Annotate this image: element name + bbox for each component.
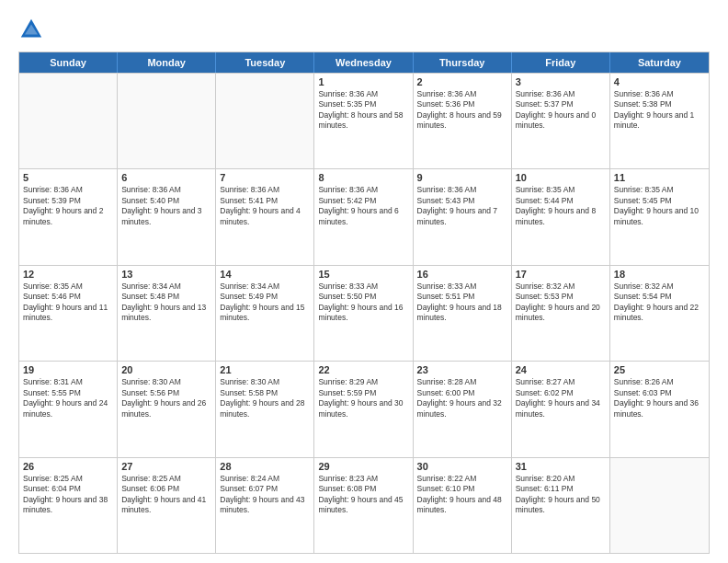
day-cell-26: 26Sunrise: 8:25 AMSunset: 6:04 PMDayligh… <box>19 458 118 553</box>
cell-info: Sunrise: 8:25 AMSunset: 6:06 PMDaylight:… <box>121 474 211 516</box>
cell-info: Sunrise: 8:27 AMSunset: 6:02 PMDaylight:… <box>516 377 606 419</box>
day-number: 28 <box>220 461 310 472</box>
cell-info: Sunrise: 8:35 AMSunset: 5:44 PMDaylight:… <box>516 185 606 227</box>
day-cell-11: 11Sunrise: 8:35 AMSunset: 5:45 PMDayligh… <box>610 169 709 264</box>
cell-info: Sunrise: 8:22 AMSunset: 6:10 PMDaylight:… <box>417 474 507 516</box>
day-number: 15 <box>318 269 408 280</box>
day-cell-7: 7Sunrise: 8:36 AMSunset: 5:41 PMDaylight… <box>216 169 314 264</box>
day-number: 31 <box>516 461 606 472</box>
day-cell-21: 21Sunrise: 8:30 AMSunset: 5:58 PMDayligh… <box>216 362 314 456</box>
calendar-body: 1Sunrise: 8:36 AMSunset: 5:35 PMDaylight… <box>19 73 709 553</box>
cell-info: Sunrise: 8:33 AMSunset: 5:51 PMDaylight:… <box>417 282 507 324</box>
day-cell-12: 12Sunrise: 8:35 AMSunset: 5:46 PMDayligh… <box>19 266 118 361</box>
day-number: 24 <box>516 364 606 375</box>
cell-info: Sunrise: 8:36 AMSunset: 5:42 PMDaylight:… <box>318 185 408 227</box>
day-cell-3: 3Sunrise: 8:36 AMSunset: 5:37 PMDaylight… <box>512 74 610 168</box>
logo <box>18 17 48 42</box>
day-number: 16 <box>417 269 507 280</box>
day-number: 9 <box>417 172 507 183</box>
header <box>18 17 710 42</box>
day-cell-25: 25Sunrise: 8:26 AMSunset: 6:03 PMDayligh… <box>610 362 709 456</box>
empty-cell <box>19 74 118 168</box>
day-cell-29: 29Sunrise: 8:23 AMSunset: 6:08 PMDayligh… <box>314 458 413 553</box>
day-number: 25 <box>614 364 705 375</box>
calendar-row-2: 5Sunrise: 8:36 AMSunset: 5:39 PMDaylight… <box>19 168 709 264</box>
header-day-saturday: Saturday <box>610 52 709 73</box>
cell-info: Sunrise: 8:23 AMSunset: 6:08 PMDaylight:… <box>318 474 408 516</box>
day-cell-15: 15Sunrise: 8:33 AMSunset: 5:50 PMDayligh… <box>314 266 413 361</box>
day-cell-5: 5Sunrise: 8:36 AMSunset: 5:39 PMDaylight… <box>19 169 118 264</box>
empty-cell <box>118 74 216 168</box>
day-number: 3 <box>516 76 606 87</box>
header-day-wednesday: Wednesday <box>314 52 413 73</box>
day-cell-4: 4Sunrise: 8:36 AMSunset: 5:38 PMDaylight… <box>610 74 709 168</box>
day-cell-18: 18Sunrise: 8:32 AMSunset: 5:54 PMDayligh… <box>610 266 709 361</box>
day-number: 20 <box>121 364 211 375</box>
day-number: 19 <box>23 364 113 375</box>
empty-cell <box>610 458 709 553</box>
day-number: 23 <box>417 364 507 375</box>
day-number: 8 <box>318 172 408 183</box>
cell-info: Sunrise: 8:36 AMSunset: 5:37 PMDaylight:… <box>516 89 606 132</box>
cell-info: Sunrise: 8:36 AMSunset: 5:41 PMDaylight:… <box>220 185 310 227</box>
empty-cell <box>216 74 314 168</box>
cell-info: Sunrise: 8:36 AMSunset: 5:36 PMDaylight:… <box>417 89 507 132</box>
cell-info: Sunrise: 8:36 AMSunset: 5:35 PMDaylight:… <box>318 89 408 132</box>
day-number: 17 <box>516 269 606 280</box>
day-number: 26 <box>23 461 113 472</box>
header-day-sunday: Sunday <box>19 52 118 73</box>
day-number: 5 <box>23 172 113 183</box>
cell-info: Sunrise: 8:20 AMSunset: 6:11 PMDaylight:… <box>516 474 606 516</box>
day-cell-31: 31Sunrise: 8:20 AMSunset: 6:11 PMDayligh… <box>512 458 610 553</box>
calendar-row-5: 26Sunrise: 8:25 AMSunset: 6:04 PMDayligh… <box>19 457 709 553</box>
day-cell-13: 13Sunrise: 8:34 AMSunset: 5:48 PMDayligh… <box>118 266 216 361</box>
day-number: 12 <box>23 269 113 280</box>
day-cell-27: 27Sunrise: 8:25 AMSunset: 6:06 PMDayligh… <box>118 458 216 553</box>
calendar-row-4: 19Sunrise: 8:31 AMSunset: 5:55 PMDayligh… <box>19 361 709 456</box>
day-number: 13 <box>121 269 211 280</box>
day-number: 11 <box>614 172 705 183</box>
page: SundayMondayTuesdayWednesdayThursdayFrid… <box>0 0 728 563</box>
day-cell-30: 30Sunrise: 8:22 AMSunset: 6:10 PMDayligh… <box>414 458 512 553</box>
header-day-monday: Monday <box>118 52 216 73</box>
cell-info: Sunrise: 8:34 AMSunset: 5:49 PMDaylight:… <box>220 282 310 324</box>
cell-info: Sunrise: 8:26 AMSunset: 6:03 PMDaylight:… <box>614 377 705 419</box>
day-cell-28: 28Sunrise: 8:24 AMSunset: 6:07 PMDayligh… <box>216 458 314 553</box>
cell-info: Sunrise: 8:32 AMSunset: 5:53 PMDaylight:… <box>516 282 606 324</box>
cell-info: Sunrise: 8:33 AMSunset: 5:50 PMDaylight:… <box>318 282 408 324</box>
cell-info: Sunrise: 8:28 AMSunset: 6:00 PMDaylight:… <box>417 377 507 419</box>
day-number: 22 <box>318 364 408 375</box>
day-number: 14 <box>220 269 310 280</box>
day-cell-1: 1Sunrise: 8:36 AMSunset: 5:35 PMDaylight… <box>314 74 413 168</box>
cell-info: Sunrise: 8:36 AMSunset: 5:43 PMDaylight:… <box>417 185 507 227</box>
day-number: 4 <box>614 76 705 87</box>
day-cell-10: 10Sunrise: 8:35 AMSunset: 5:44 PMDayligh… <box>512 169 610 264</box>
day-number: 7 <box>220 172 310 183</box>
cell-info: Sunrise: 8:35 AMSunset: 5:46 PMDaylight:… <box>23 282 113 324</box>
day-cell-17: 17Sunrise: 8:32 AMSunset: 5:53 PMDayligh… <box>512 266 610 361</box>
cell-info: Sunrise: 8:36 AMSunset: 5:39 PMDaylight:… <box>23 185 113 227</box>
day-number: 18 <box>614 269 705 280</box>
cell-info: Sunrise: 8:24 AMSunset: 6:07 PMDaylight:… <box>220 474 310 516</box>
cell-info: Sunrise: 8:25 AMSunset: 6:04 PMDaylight:… <box>23 474 113 516</box>
day-cell-19: 19Sunrise: 8:31 AMSunset: 5:55 PMDayligh… <box>19 362 118 456</box>
day-cell-14: 14Sunrise: 8:34 AMSunset: 5:49 PMDayligh… <box>216 266 314 361</box>
day-number: 10 <box>516 172 606 183</box>
header-day-friday: Friday <box>512 52 610 73</box>
header-day-tuesday: Tuesday <box>216 52 314 73</box>
day-cell-24: 24Sunrise: 8:27 AMSunset: 6:02 PMDayligh… <box>512 362 610 456</box>
cell-info: Sunrise: 8:31 AMSunset: 5:55 PMDaylight:… <box>23 377 113 419</box>
cell-info: Sunrise: 8:34 AMSunset: 5:48 PMDaylight:… <box>121 282 211 324</box>
day-cell-22: 22Sunrise: 8:29 AMSunset: 5:59 PMDayligh… <box>314 362 413 456</box>
cell-info: Sunrise: 8:30 AMSunset: 5:58 PMDaylight:… <box>220 377 310 419</box>
header-day-thursday: Thursday <box>414 52 512 73</box>
day-number: 2 <box>417 76 507 87</box>
cell-info: Sunrise: 8:32 AMSunset: 5:54 PMDaylight:… <box>614 282 705 324</box>
cell-info: Sunrise: 8:30 AMSunset: 5:56 PMDaylight:… <box>121 377 211 419</box>
cell-info: Sunrise: 8:36 AMSunset: 5:38 PMDaylight:… <box>614 89 705 132</box>
day-number: 1 <box>318 76 408 87</box>
day-cell-16: 16Sunrise: 8:33 AMSunset: 5:51 PMDayligh… <box>414 266 512 361</box>
day-number: 27 <box>121 461 211 472</box>
day-number: 6 <box>121 172 211 183</box>
day-cell-2: 2Sunrise: 8:36 AMSunset: 5:36 PMDaylight… <box>414 74 512 168</box>
